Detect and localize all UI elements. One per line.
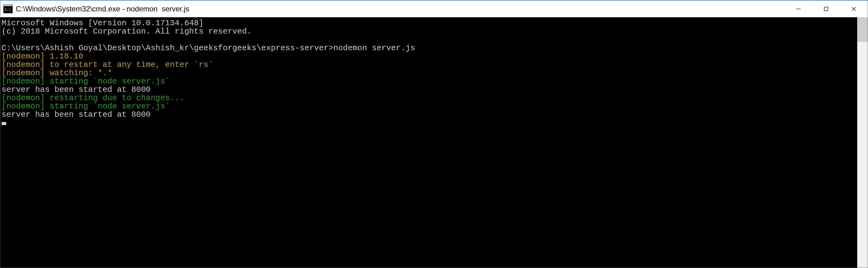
svg-rect-1 bbox=[4, 5, 12, 6]
terminal-line: [nodemon] restarting due to changes... bbox=[2, 94, 856, 102]
terminal-line bbox=[2, 36, 856, 44]
close-button[interactable] bbox=[840, 1, 868, 17]
terminal-line: server has been started at 8000 bbox=[2, 86, 856, 94]
titlebar[interactable]: C:\ C:\Windows\System32\cmd.exe - nodemo… bbox=[0, 1, 868, 17]
maximize-icon bbox=[823, 6, 829, 12]
terminal-line: [nodemon] watching: *.* bbox=[2, 69, 856, 77]
cmd-icon: C:\ bbox=[3, 5, 13, 13]
terminal-line: [nodemon] starting `node server.js` bbox=[2, 77, 856, 86]
cursor-icon bbox=[2, 122, 6, 125]
scrollbar-thumb[interactable] bbox=[857, 17, 868, 42]
terminal-line: [nodemon] starting `node server.js` bbox=[2, 102, 856, 110]
terminal-line: server has been started at 8000 bbox=[2, 110, 856, 119]
terminal-line: (c) 2018 Microsoft Corporation. All righ… bbox=[2, 27, 856, 36]
window-title: C:\Windows\System32\cmd.exe - nodemon se… bbox=[16, 5, 189, 13]
minimize-icon bbox=[795, 6, 801, 12]
window-frame: C:\ C:\Windows\System32\cmd.exe - nodemo… bbox=[0, 0, 868, 268]
terminal-line: [nodemon] 1.18.10 bbox=[2, 53, 856, 61]
terminal-line: C:\Users\Ashish Goyal\Desktop\Ashish_kr\… bbox=[2, 44, 856, 53]
svg-text:C:\: C:\ bbox=[5, 8, 11, 12]
scrollbar-track[interactable] bbox=[857, 17, 868, 268]
terminal-output[interactable]: Microsoft Windows [Version 10.0.17134.64… bbox=[0, 17, 857, 268]
terminal-cursor-line bbox=[2, 119, 856, 127]
terminal-line: Microsoft Windows [Version 10.0.17134.64… bbox=[2, 19, 856, 27]
minimize-button[interactable] bbox=[784, 1, 812, 17]
maximize-button[interactable] bbox=[812, 1, 840, 17]
terminal-area: Microsoft Windows [Version 10.0.17134.64… bbox=[0, 17, 868, 268]
close-icon bbox=[851, 6, 857, 12]
window-controls bbox=[784, 1, 868, 17]
terminal-line: [nodemon] to restart at any time, enter … bbox=[2, 61, 856, 69]
svg-rect-4 bbox=[824, 7, 828, 11]
